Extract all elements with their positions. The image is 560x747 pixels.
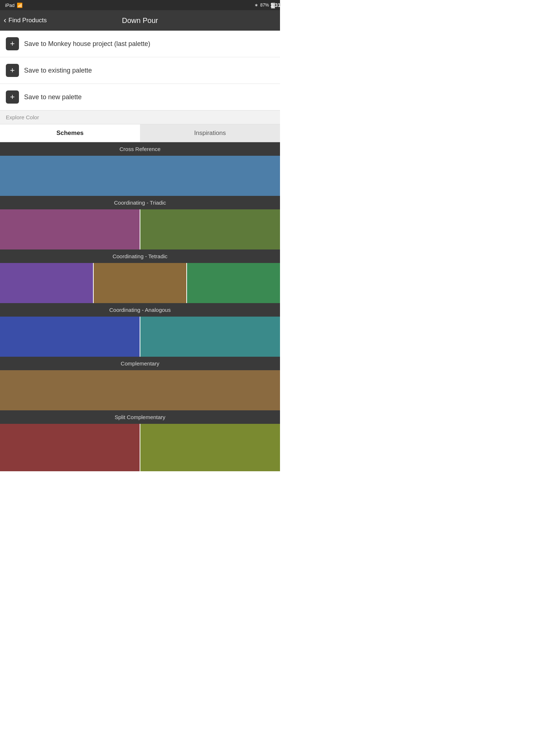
save-existing-button[interactable]: + Save to existing palette xyxy=(0,57,280,84)
page-title: Down Pour xyxy=(122,16,158,25)
tab-inspirations-label: Inspirations xyxy=(194,129,226,136)
save-new-icon: + xyxy=(6,90,19,104)
back-arrow-icon: ‹ xyxy=(4,16,6,24)
color-swatch[interactable] xyxy=(94,263,187,303)
tabs-container: Schemes Inspirations xyxy=(0,124,280,142)
scheme-split-complementary-colors[interactable] xyxy=(0,424,280,471)
scheme-cross-reference-label: Cross Reference xyxy=(120,146,161,152)
scheme-tetradic: Coordinating - Tetradic xyxy=(0,249,280,303)
tab-inspirations[interactable]: Inspirations xyxy=(140,124,280,142)
color-swatch[interactable] xyxy=(187,263,280,303)
scheme-tetradic-colors[interactable] xyxy=(0,263,280,303)
bluetooth-icon: ∗ xyxy=(254,3,258,8)
scheme-complementary-header: Complementary xyxy=(0,357,280,370)
back-label: Find Products xyxy=(8,17,47,24)
nav-bar: ‹ Find Products Down Pour xyxy=(0,10,280,31)
scheme-analogous-label: Coordinating - Analogous xyxy=(109,307,171,313)
scheme-cross-reference-colors[interactable] xyxy=(0,156,280,196)
device-label: iPad xyxy=(5,3,15,8)
scheme-complementary-colors[interactable] xyxy=(0,370,280,410)
scheme-tetradic-header: Coordinating - Tetradic xyxy=(0,249,280,263)
explore-header-label: Explore Color xyxy=(6,114,39,120)
color-swatch[interactable] xyxy=(0,156,280,196)
scheme-complementary-label: Complementary xyxy=(121,360,159,367)
battery-label: 87% xyxy=(260,3,269,8)
scheme-split-complementary: Split Complementary xyxy=(0,410,280,471)
scheme-split-complementary-label: Split Complementary xyxy=(114,414,165,420)
color-swatch[interactable] xyxy=(0,263,94,303)
color-swatch[interactable] xyxy=(0,370,280,410)
color-swatch[interactable] xyxy=(140,209,280,249)
scheme-analogous-header: Coordinating - Analogous xyxy=(0,303,280,317)
save-last-icon: + xyxy=(6,37,19,50)
status-left: iPad 📶 xyxy=(5,3,23,8)
save-new-label: Save to new palette xyxy=(24,93,82,101)
explore-color-section: Explore Color Schemes Inspirations Cross… xyxy=(0,111,280,471)
scheme-analogous-colors[interactable] xyxy=(0,317,280,357)
back-button[interactable]: ‹ Find Products xyxy=(4,16,47,24)
scheme-analogous: Coordinating - Analogous xyxy=(0,303,280,357)
tab-schemes[interactable]: Schemes xyxy=(0,124,140,142)
color-swatch[interactable] xyxy=(140,317,280,357)
save-new-button[interactable]: + Save to new palette xyxy=(0,84,280,110)
scheme-split-complementary-header: Split Complementary xyxy=(0,410,280,424)
scheme-triadic: Coordinating - Triadic xyxy=(0,196,280,249)
scheme-tetradic-label: Coordinating - Tetradic xyxy=(113,253,168,259)
save-existing-label: Save to existing palette xyxy=(24,67,92,74)
status-time: 1:31 PM xyxy=(271,2,280,8)
explore-header: Explore Color xyxy=(0,111,280,124)
color-swatch[interactable] xyxy=(0,424,140,471)
save-existing-icon: + xyxy=(6,64,19,77)
save-last-button[interactable]: + Save to Monkey house project (last pal… xyxy=(0,31,280,57)
color-swatch[interactable] xyxy=(140,424,280,471)
scheme-complementary: Complementary xyxy=(0,357,280,410)
color-swatch[interactable] xyxy=(0,209,140,249)
scheme-cross-reference-header: Cross Reference xyxy=(0,142,280,156)
color-swatch[interactable] xyxy=(0,317,140,357)
scheme-triadic-label: Coordinating - Triadic xyxy=(114,200,166,206)
scheme-triadic-header: Coordinating - Triadic xyxy=(0,196,280,209)
wifi-icon: 📶 xyxy=(17,3,23,8)
tab-schemes-label: Schemes xyxy=(57,129,84,136)
scheme-triadic-colors[interactable] xyxy=(0,209,280,249)
schemes-container: Cross Reference Coordinating - Triadic C… xyxy=(0,142,280,471)
save-last-label: Save to Monkey house project (last palet… xyxy=(24,40,150,48)
scheme-cross-reference: Cross Reference xyxy=(0,142,280,196)
status-bar: iPad 📶 1:31 PM ∗ 87% ▓ xyxy=(0,0,280,10)
action-list: + Save to Monkey house project (last pal… xyxy=(0,31,280,111)
